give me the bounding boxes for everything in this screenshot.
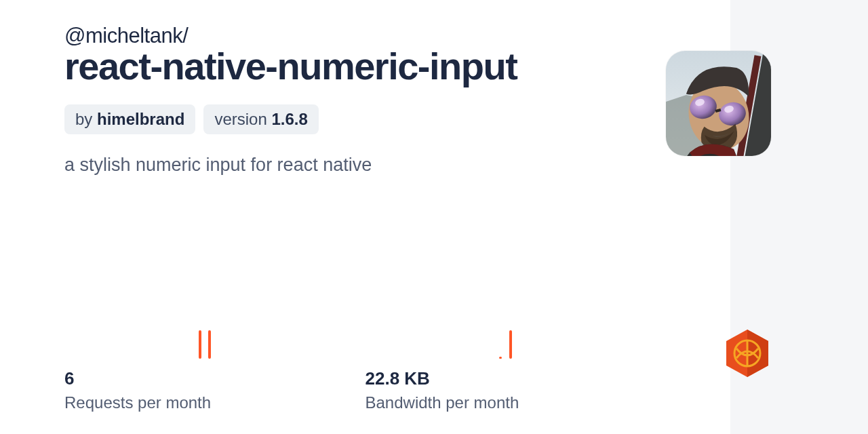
jsdelivr-logo-icon [725,328,770,378]
version-value: 1.6.8 [271,110,307,128]
package-name: react-native-numeric-input [64,44,666,88]
stats-row: 6 Requests per month 22.8 KB Bandwidth p… [64,304,666,412]
requests-label: Requests per month [64,393,366,412]
requests-value: 6 [64,368,366,389]
avatar-image-icon [666,51,771,156]
stat-requests: 6 Requests per month [64,304,366,412]
package-description: a stylish numeric input for react native [64,155,666,176]
bandwidth-sparkline [366,304,667,359]
stat-bandwidth: 22.8 KB Bandwidth per month [366,304,667,412]
author-avatar [666,51,771,156]
bandwidth-value: 22.8 KB [366,368,667,389]
package-card: @micheltank/ react-native-numeric-input … [0,0,730,434]
author-name: himelbrand [97,110,184,128]
version-badge: version 1.6.8 [203,104,318,134]
requests-sparkline [64,304,366,359]
svg-marker-10 [747,330,768,377]
version-prefix: version [214,110,271,128]
author-badge: by himelbrand [64,104,195,134]
bandwidth-label: Bandwidth per month [366,393,667,412]
author-prefix: by [75,110,97,128]
badge-row: by himelbrand version 1.6.8 [64,104,666,134]
